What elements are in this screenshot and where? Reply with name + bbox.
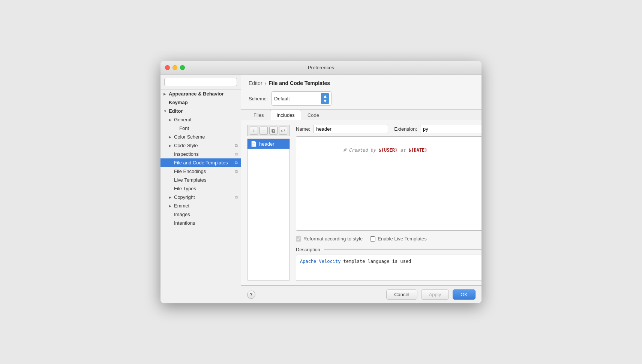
breadcrumb-part: Editor: [249, 80, 262, 86]
sidebar-item-file-encodings[interactable]: File Encodings ⧉: [160, 167, 241, 176]
sidebar-item-label: File and Code Templates: [174, 160, 233, 166]
sidebar-item-appearance[interactable]: ▶ Appearance & Behavior: [160, 90, 241, 98]
arrow-icon: ▶: [164, 92, 169, 96]
content-area: ▶ Appearance & Behavior Keymap ▼ Editor …: [160, 75, 482, 303]
sidebar-item-file-and-code-templates[interactable]: File and Code Templates ⧉: [160, 158, 241, 167]
copy-template-button[interactable]: ⧉: [269, 127, 278, 135]
tabs-bar: Files Includes Code: [241, 110, 482, 120]
apache-velocity-link[interactable]: Apache Velocity: [300, 259, 340, 264]
code-editor[interactable]: # Created by ${USER} at ${DATE}: [296, 136, 482, 231]
description-box: Apache Velocity template language is use…: [296, 255, 482, 281]
reformat-checkbox-group: Reformat according to style: [296, 236, 363, 242]
arrow-icon: ▶: [169, 204, 174, 208]
sidebar-item-color-scheme[interactable]: ▶ Color Scheme: [160, 133, 241, 141]
titlebar: Preferences: [160, 61, 482, 75]
sidebar-item-code-style[interactable]: ▶ Code Style ⧉: [160, 141, 241, 150]
main-header: Editor › File and Code Templates Scheme:…: [241, 75, 482, 110]
breadcrumb-separator: ›: [265, 80, 267, 86]
scheme-select[interactable]: Default ▲ ▼: [272, 91, 332, 106]
live-templates-checkbox[interactable]: [370, 236, 375, 242]
reformat-label: Reformat according to style: [303, 236, 363, 242]
tab-files[interactable]: Files: [247, 110, 270, 120]
footer-left: ?: [247, 291, 255, 299]
sidebar-item-general[interactable]: ▶ General: [160, 115, 241, 124]
scheme-value: Default: [274, 96, 320, 101]
preferences-window: Preferences ▶ Appearance & Behavior Keym…: [160, 61, 482, 303]
reformat-checkbox[interactable]: [296, 236, 301, 242]
sidebar-item-label: Images: [174, 212, 238, 217]
sidebar-item-emmet[interactable]: ▶ Emmet: [160, 201, 241, 210]
sidebar-item-live-templates[interactable]: Live Templates: [160, 176, 241, 184]
sidebar-item-editor[interactable]: ▼ Editor: [160, 107, 241, 115]
description-header: Description: [296, 247, 482, 252]
remove-template-button[interactable]: −: [260, 127, 268, 135]
sidebar-item-copyright[interactable]: ▶ Copyright ⧉: [160, 193, 241, 201]
minimize-button[interactable]: [172, 65, 177, 70]
tab-includes[interactable]: Includes: [270, 110, 301, 120]
sidebar-item-inspections[interactable]: Inspections ⧉: [160, 150, 241, 158]
template-list-section: + − ⧉ ↩ 📄 header: [247, 125, 290, 281]
name-ext-row: Name: Extension:: [296, 125, 482, 133]
add-template-button[interactable]: +: [250, 127, 258, 135]
description-plain: template language is used: [340, 259, 411, 264]
list-toolbar: + − ⧉ ↩: [247, 125, 290, 136]
reset-template-button[interactable]: ↩: [279, 127, 287, 135]
arrow-icon: ▶: [169, 144, 174, 148]
arrow-icon: ▼: [164, 109, 169, 113]
help-button[interactable]: ?: [247, 291, 255, 299]
sidebar-item-label: Font: [179, 125, 238, 131]
sidebar-item-file-types[interactable]: File Types: [160, 184, 241, 193]
copy-icon: ⧉: [235, 152, 238, 157]
spinner-down: ▼: [322, 98, 327, 103]
code-at: at: [398, 148, 408, 153]
sidebar-item-label: Emmet: [174, 203, 238, 209]
ext-field-group: Extension:: [394, 125, 482, 133]
sidebar: ▶ Appearance & Behavior Keymap ▼ Editor …: [160, 75, 241, 303]
traffic-lights: [165, 65, 185, 70]
sidebar-item-label: Live Templates: [174, 177, 238, 183]
template-list: 📄 header: [247, 139, 290, 281]
breadcrumb-current: File and Code Templates: [268, 80, 330, 86]
name-field-group: Name:: [296, 125, 388, 133]
copy-icon: ⧉: [235, 195, 238, 200]
sidebar-item-label: Intentions: [174, 220, 238, 226]
tab-code[interactable]: Code: [301, 110, 326, 120]
sidebar-item-label: File Types: [174, 186, 238, 191]
footer: ? Cancel Apply OK: [241, 285, 482, 303]
copy-icon: ⧉: [235, 160, 238, 165]
sidebar-item-intentions[interactable]: Intentions: [160, 219, 241, 227]
live-templates-label: Enable Live Templates: [378, 236, 427, 242]
sidebar-item-label: Keymap: [169, 100, 238, 105]
editor-area: + − ⧉ ↩ 📄 header: [241, 120, 482, 285]
arrow-icon: ▶: [169, 118, 174, 122]
sidebar-item-label: File Encodings: [174, 169, 233, 174]
template-item-header[interactable]: 📄 header: [248, 139, 290, 149]
scheme-spinner[interactable]: ▲ ▼: [321, 93, 329, 104]
cancel-button[interactable]: Cancel: [386, 289, 417, 300]
search-input[interactable]: [164, 78, 237, 86]
ok-button[interactable]: OK: [453, 289, 476, 300]
name-label: Name:: [296, 126, 310, 132]
sidebar-item-font[interactable]: Font: [160, 124, 241, 133]
editor-top: + − ⧉ ↩ 📄 header: [247, 125, 476, 281]
close-button[interactable]: [165, 65, 170, 70]
arrow-icon: ▶: [169, 135, 174, 139]
sidebar-item-images[interactable]: Images: [160, 210, 241, 219]
search-container: [160, 75, 241, 90]
options-row: Reformat according to style Enable Live …: [296, 234, 482, 244]
name-input[interactable]: [313, 125, 388, 133]
code-comment: # Created by: [344, 148, 379, 153]
sidebar-item-keymap[interactable]: Keymap: [160, 98, 241, 107]
apply-button[interactable]: Apply: [421, 289, 449, 300]
maximize-button[interactable]: [180, 65, 185, 70]
sidebar-item-label: Color Scheme: [174, 134, 238, 140]
description-section: Description Apache Velocity template lan…: [296, 247, 482, 281]
template-file-icon: 📄: [250, 141, 257, 147]
sidebar-item-label: Copyright: [174, 194, 233, 200]
arrow-icon: ▶: [169, 195, 174, 199]
main-panel: Editor › File and Code Templates Scheme:…: [241, 75, 482, 303]
copy-icon: ⧉: [235, 143, 238, 148]
extension-input[interactable]: [420, 125, 482, 133]
code-var-date: ${DATE}: [408, 148, 428, 153]
window-title: Preferences: [308, 65, 334, 70]
